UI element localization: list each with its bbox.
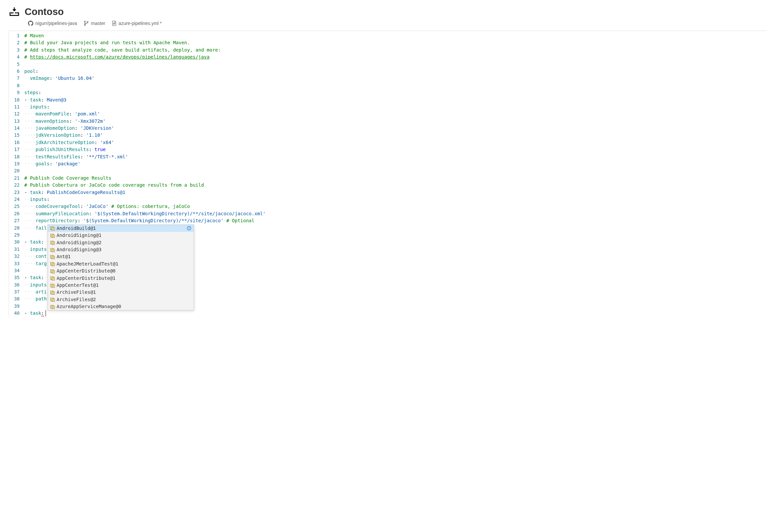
file-icon xyxy=(112,21,116,26)
code-line[interactable]: ··vmImage:·'Ubuntu 16.04' xyxy=(24,75,767,82)
autocomplete-item[interactable]: AzureAppServiceManage@0 xyxy=(48,303,194,310)
breadcrumb-repo-label: nigurr/pipelines-java xyxy=(35,21,77,26)
line-number: 28 xyxy=(9,225,20,232)
line-number: 30 xyxy=(9,239,20,246)
autocomplete-item[interactable]: Ant@1 xyxy=(48,253,194,260)
line-number: 12 xyxy=(9,110,20,117)
code-line[interactable]: -·task: xyxy=(24,310,767,317)
line-number: 37 xyxy=(9,288,20,295)
autocomplete-item[interactable]: AndroidBuild@1 xyxy=(48,225,194,232)
line-number: 22 xyxy=(9,182,20,189)
breadcrumb-branch[interactable]: master xyxy=(84,21,105,26)
code-line[interactable] xyxy=(24,82,767,89)
autocomplete-item-label: AndroidSigning@3 xyxy=(57,246,192,253)
line-number: 8 xyxy=(9,82,20,89)
autocomplete-item-label: ArchiveFiles@2 xyxy=(57,296,192,303)
code-line[interactable]: #·https://docs.microsoft.com/azure/devop… xyxy=(24,54,767,61)
code-area[interactable]: #·Maven#·Build·your·Java·projects·and·ru… xyxy=(24,31,767,317)
code-line[interactable]: #·Publish·Cobertura·or·JaCoCo·code·cover… xyxy=(24,182,767,189)
autocomplete-item[interactable]: ArchiveFiles@2 xyxy=(48,296,194,303)
autocomplete-item[interactable]: ArchiveFiles@1 xyxy=(48,289,194,296)
code-line[interactable]: ····summaryFileLocation:·'$(System.Defau… xyxy=(24,210,767,217)
autocomplete-item[interactable]: AppCenterDistribute@0 xyxy=(48,267,194,274)
autocomplete-item[interactable]: ApacheJMeterLoadTest@1 xyxy=(48,261,194,267)
autocomplete-item[interactable]: AndroidSigning@2 xyxy=(48,239,194,246)
line-number: 14 xyxy=(9,125,20,132)
line-number: 29 xyxy=(9,232,20,239)
snippet-icon xyxy=(50,283,55,288)
autocomplete-item[interactable]: AndroidSigning@3 xyxy=(48,246,194,253)
line-number: 34 xyxy=(9,267,20,274)
info-icon[interactable] xyxy=(186,226,192,231)
code-line[interactable]: ····codeCoverageTool:·'JaCoCo'·#·Options… xyxy=(24,203,767,210)
code-line[interactable]: #·Publish·Code·Coverage·Results xyxy=(24,175,767,182)
autocomplete-item[interactable]: AndroidSigning@1 xyxy=(48,232,194,239)
snippet-icon xyxy=(50,247,55,253)
line-number: 19 xyxy=(9,160,20,167)
line-number-gutter: 1234567891011121314151617181920212223242… xyxy=(9,31,24,317)
autocomplete-item-label: AppCenterTest@1 xyxy=(57,282,192,289)
code-line[interactable]: pool: xyxy=(24,68,767,75)
autocomplete-item-label: AppCenterDistribute@1 xyxy=(57,275,192,282)
line-number: 11 xyxy=(9,103,20,110)
snippet-icon xyxy=(50,261,55,266)
branch-icon xyxy=(84,21,89,26)
line-number: 13 xyxy=(9,118,20,125)
line-number: 27 xyxy=(9,217,20,224)
snippet-icon xyxy=(50,268,55,274)
autocomplete-item-label: ArchiveFiles@1 xyxy=(57,289,192,296)
autocomplete-item[interactable]: AppCenterDistribute@1 xyxy=(48,275,194,282)
line-number: 35 xyxy=(9,274,20,281)
line-number: 38 xyxy=(9,295,20,302)
code-line[interactable]: #·Maven xyxy=(24,32,767,39)
code-line[interactable]: -·task:·PublishCodeCoverageResults@1 xyxy=(24,189,767,196)
snippet-icon xyxy=(50,304,55,309)
line-number: 4 xyxy=(9,54,20,61)
text-cursor xyxy=(46,310,46,316)
code-line[interactable] xyxy=(24,167,767,174)
line-number: 9 xyxy=(9,89,20,96)
line-number: 26 xyxy=(9,210,20,217)
code-line[interactable]: ····mavenPomFile:·'pom.xml' xyxy=(24,110,767,117)
line-number: 5 xyxy=(9,61,20,68)
autocomplete-popup[interactable]: AndroidBuild@1AndroidSigning@1AndroidSig… xyxy=(48,225,194,311)
breadcrumb-branch-label: master xyxy=(91,21,105,26)
code-line[interactable]: ····reportDirectory:·'$(System.DefaultWo… xyxy=(24,217,767,224)
code-line[interactable]: ····jdkArchitectureOption:·'x64' xyxy=(24,139,767,146)
code-line[interactable]: ····testResultsFiles:·'**/TEST-*.xml' xyxy=(24,153,767,160)
line-number: 1 xyxy=(9,32,20,39)
svg-point-1 xyxy=(84,24,86,26)
line-number: 39 xyxy=(9,303,20,310)
code-line[interactable]: steps: xyxy=(24,89,767,96)
code-line[interactable]: ····mavenOptions:·'-Xmx3072m' xyxy=(24,118,767,125)
editor[interactable]: 1234567891011121314151617181920212223242… xyxy=(9,31,767,317)
code-line[interactable]: ····javaHomeOption:·'JDKVersion' xyxy=(24,125,767,132)
code-line[interactable]: -·task:·Maven@3 xyxy=(24,96,767,103)
line-number: 10 xyxy=(9,96,20,103)
autocomplete-item[interactable]: AppCenterTest@1 xyxy=(48,282,194,289)
code-line[interactable]: #·Build·your·Java·projects·and·run·tests… xyxy=(24,39,767,46)
code-line[interactable]: ····publishJUnitResults:·true xyxy=(24,146,767,153)
code-line[interactable] xyxy=(24,61,767,68)
line-number: 23 xyxy=(9,189,20,196)
line-number: 32 xyxy=(9,253,20,260)
code-line[interactable]: ··inputs: xyxy=(24,103,767,110)
code-line[interactable]: ····goals:·'package' xyxy=(24,160,767,167)
github-icon xyxy=(28,21,33,26)
code-line[interactable]: ··inputs: xyxy=(24,196,767,203)
code-line[interactable]: #·Add·steps·that·analyze·code,·save·buil… xyxy=(24,47,767,54)
breadcrumb-repo[interactable]: nigurr/pipelines-java xyxy=(28,21,77,26)
snippet-icon xyxy=(50,226,55,231)
line-number: 2 xyxy=(9,39,20,46)
autocomplete-item-label: AndroidSigning@2 xyxy=(57,239,192,246)
breadcrumb-file[interactable]: azure-pipelines.yml * xyxy=(112,21,162,26)
line-number: 40 xyxy=(9,310,20,317)
page-title: Contoso xyxy=(25,6,64,17)
code-line[interactable]: ····jdkVersionOption:·'1.10' xyxy=(24,132,767,139)
line-number: 16 xyxy=(9,139,20,146)
line-number: 7 xyxy=(9,75,20,82)
line-number: 36 xyxy=(9,281,20,288)
breadcrumb-file-label: azure-pipelines.yml * xyxy=(118,21,162,26)
autocomplete-item-label: ApacheJMeterLoadTest@1 xyxy=(57,261,192,267)
autocomplete-item-label: AndroidSigning@1 xyxy=(57,232,192,239)
